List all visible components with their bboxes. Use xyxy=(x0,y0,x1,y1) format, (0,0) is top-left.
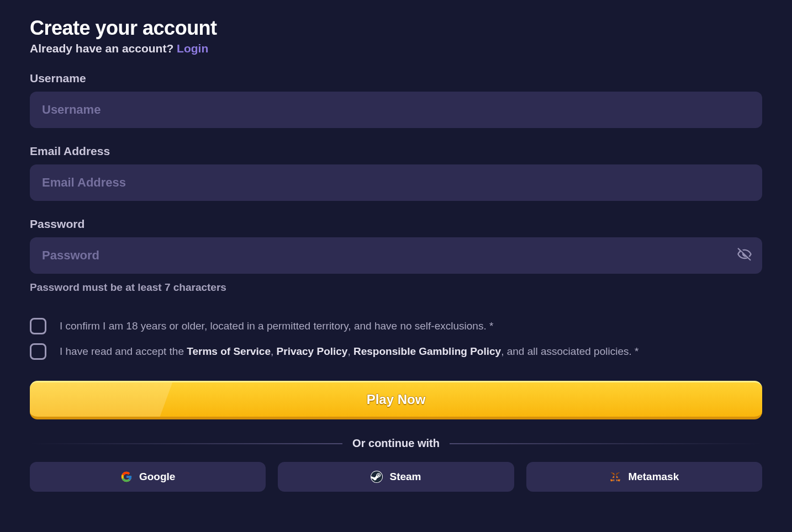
steam-icon xyxy=(371,471,383,483)
metamask-icon xyxy=(609,471,621,483)
svg-point-2 xyxy=(378,475,379,476)
responsible-gambling-link[interactable]: Responsible Gambling Policy xyxy=(353,345,501,357)
terms-pre-text: I have read and accept the xyxy=(60,345,187,357)
terms-of-service-link[interactable]: Terms of Service xyxy=(187,345,271,357)
username-label: Username xyxy=(30,72,762,85)
username-input[interactable] xyxy=(42,103,750,117)
login-link[interactable]: Login xyxy=(177,42,208,55)
privacy-policy-link[interactable]: Privacy Policy xyxy=(277,345,348,357)
age-checkbox[interactable] xyxy=(30,318,46,334)
login-prompt: Already have an account? Login xyxy=(30,42,762,55)
divider-line-right xyxy=(450,443,762,444)
age-check-text: I confirm I am 18 years or older, locate… xyxy=(60,320,493,332)
password-hint: Password must be at least 7 characters xyxy=(30,281,762,294)
email-input[interactable] xyxy=(42,175,750,190)
page-title: Create your account xyxy=(30,17,762,40)
continue-steam-button[interactable]: Steam xyxy=(278,462,514,492)
toggle-password-visibility-icon[interactable] xyxy=(737,247,752,264)
username-input-wrap xyxy=(30,92,762,128)
terms-post-text: , and all associated policies. * xyxy=(501,345,638,357)
play-now-button[interactable]: Play Now xyxy=(30,381,762,419)
play-now-label: Play Now xyxy=(367,392,426,407)
terms-check-text: I have read and accept the Terms of Serv… xyxy=(60,345,638,358)
divider-line-left xyxy=(30,443,342,444)
metamask-label: Metamask xyxy=(628,471,679,483)
email-input-wrap xyxy=(30,164,762,201)
google-label: Google xyxy=(139,471,175,483)
steam-label: Steam xyxy=(389,471,421,483)
divider-text: Or continue with xyxy=(352,437,440,450)
password-input-wrap xyxy=(30,237,762,274)
terms-checkbox[interactable] xyxy=(30,343,46,360)
login-prompt-text: Already have an account? xyxy=(30,42,173,55)
sep2: , xyxy=(347,345,353,357)
google-icon xyxy=(120,471,133,483)
password-label: Password xyxy=(30,217,762,231)
continue-metamask-button[interactable]: Metamask xyxy=(526,462,762,492)
continue-google-button[interactable]: Google xyxy=(30,462,266,492)
sep1: , xyxy=(271,345,277,357)
password-input[interactable] xyxy=(42,248,750,263)
email-label: Email Address xyxy=(30,145,762,158)
